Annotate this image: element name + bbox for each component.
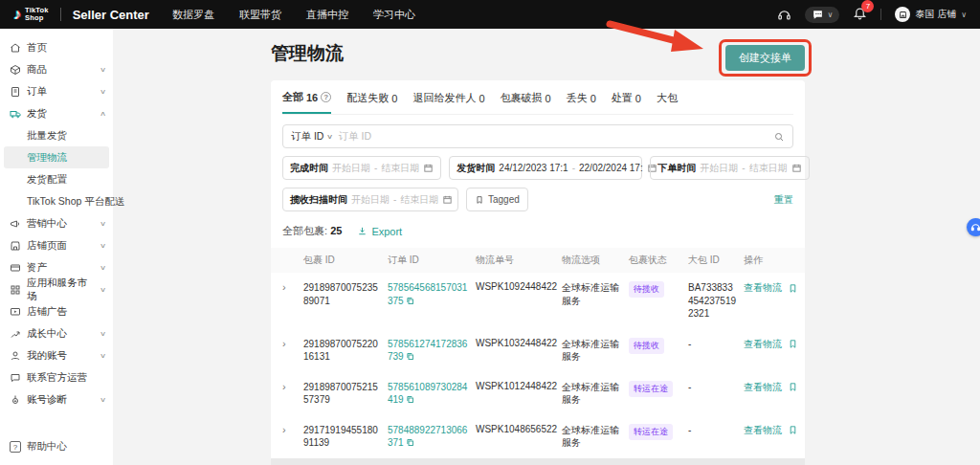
tab-big-package[interactable]: 大包	[657, 90, 678, 114]
help-icon: ?	[10, 441, 21, 453]
tab-package-damaged[interactable]: 包裹破损0	[501, 90, 551, 114]
calendar-icon[interactable]	[423, 163, 434, 173]
tab-delivery-failed[interactable]: 配送失败0	[346, 90, 397, 114]
bookmark-icon[interactable]	[788, 382, 798, 392]
logistics-option: 全球标准运输服务	[562, 381, 629, 407]
status-tabs: 全部16 ? 配送失败0 退回给发件人0 包裹破损0 丢失0 处置0 大包	[282, 90, 793, 115]
status-badge: 转运在途	[629, 424, 673, 440]
tagged-filter-button[interactable]: Tagged	[466, 188, 528, 211]
export-button[interactable]: Export	[357, 226, 402, 237]
chevron-down-icon: ∨	[100, 352, 106, 360]
sidebar-item-products[interactable]: 商品∨	[0, 58, 113, 80]
sidebar-item-my-account[interactable]: 我的账号∨	[0, 344, 113, 366]
sidebar-item-shipping-config[interactable]: 发货配置	[0, 168, 113, 190]
filter-pickup-scan-time[interactable]: 揽收扫描时间 开始日期- 结束日期	[282, 188, 458, 211]
sidebar-item-shop-pages[interactable]: 店铺页面∨	[0, 234, 113, 256]
sidebar-item-manage-logistics[interactable]: 管理物流	[4, 146, 109, 168]
table-row[interactable]: › 2918987007523589071 578564568157031375…	[271, 273, 805, 329]
filter-complete-time[interactable]: 完成时间 开始日期- 结束日期	[282, 156, 441, 180]
order-id-link[interactable]: 578488922713066371	[388, 424, 476, 450]
expand-row-icon[interactable]: ›	[282, 281, 303, 294]
calendar-icon[interactable]	[442, 194, 453, 205]
calendar-icon[interactable]	[791, 163, 802, 173]
sidebar-item-orders[interactable]: 订单∨	[0, 80, 113, 102]
sidebar-item-platform-delivery[interactable]: TikTok Shop 平台配送	[0, 190, 113, 212]
sidebar-item-app-market[interactable]: 应用和服务市场∨	[0, 278, 113, 300]
sidebar-item-help-center[interactable]: ? 帮助中心	[10, 440, 67, 454]
tiktok-shop-logo[interactable]: ♪ TikTok Shop	[13, 7, 49, 22]
tab-disposal[interactable]: 处置0	[612, 90, 641, 114]
reset-filters-link[interactable]: 重置	[774, 193, 793, 207]
copy-icon[interactable]	[406, 395, 414, 404]
divider	[880, 9, 881, 20]
view-logistics-link[interactable]: 查看物流	[744, 424, 782, 437]
sidebar-item-home[interactable]: 首页	[0, 36, 113, 58]
tiktok-note-icon: ♪	[13, 7, 21, 22]
ads-screen-icon	[10, 306, 21, 318]
chat-bubble-icon	[812, 9, 824, 21]
chevron-down-icon: ∨	[326, 133, 333, 141]
view-logistics-link[interactable]: 查看物流	[744, 338, 782, 351]
sidebar-item-marketing[interactable]: 营销中心∨	[0, 212, 113, 234]
nav-live-center[interactable]: 直播中控	[306, 8, 348, 22]
sidebar-item-contact-official[interactable]: 联系官方运营	[0, 366, 113, 388]
seller-center-title[interactable]: Seller Center	[73, 8, 149, 22]
logistics-option: 全球标准运输服务	[562, 281, 629, 307]
growth-chart-icon	[10, 328, 21, 340]
tab-returned-to-sender[interactable]: 退回给发件人0	[412, 90, 484, 114]
chat-messages-button[interactable]: ∨	[805, 7, 840, 23]
expand-row-icon[interactable]: ›	[282, 338, 303, 350]
order-id-link[interactable]: 578561089730284419	[388, 381, 476, 407]
nav-learning-center[interactable]: 学习中心	[373, 8, 415, 22]
copy-icon[interactable]	[406, 297, 414, 305]
shop-avatar	[895, 7, 910, 22]
product-box-icon	[10, 64, 21, 76]
nav-data-compass[interactable]: 数据罗盘	[172, 8, 214, 22]
create-handover-button[interactable]: 创建交接单	[725, 45, 805, 71]
search-field-select[interactable]: 订单 ID ∨	[291, 130, 333, 144]
table-row[interactable]: › 2917191945518091139 578488922713066371…	[271, 415, 805, 458]
shop-name: 泰国 店铺	[915, 8, 956, 21]
table-row-highlighted[interactable]: › 2917191945518353283 578488930292370307…	[271, 458, 805, 465]
sidebar-item-growth-center[interactable]: 成长中心∨	[0, 322, 113, 344]
sidebar-item-shipping[interactable]: 发货∧	[0, 102, 113, 124]
expand-row-icon[interactable]: ›	[282, 424, 303, 436]
nav-affiliate[interactable]: 联盟带货	[239, 8, 281, 22]
copy-icon[interactable]	[406, 438, 414, 447]
order-id-link[interactable]: 578564568157031375	[388, 281, 476, 307]
search-icon[interactable]	[773, 131, 785, 143]
big-package-id: BA7338334542375192321	[688, 281, 744, 321]
logistics-card: 全部16 ? 配送失败0 退回给发件人0 包裹破损0 丢失0 处置0 大包 订单…	[271, 80, 805, 465]
bookmark-icon[interactable]	[788, 339, 798, 349]
tab-lost[interactable]: 丢失0	[567, 90, 596, 114]
bookmark-icon[interactable]	[788, 425, 798, 435]
view-logistics-link[interactable]: 查看物流	[744, 281, 782, 295]
table-row[interactable]: › 2918987007522016131 578561274172836739…	[271, 329, 805, 372]
copy-icon[interactable]	[406, 352, 414, 361]
packages-table: 包裹 ID 订单 ID 物流单号 物流选项 包裹状态 大包 ID 操作 › 29…	[271, 248, 805, 465]
package-id: 2917191945518091139	[303, 424, 388, 450]
notifications-button[interactable]: 7	[853, 6, 867, 24]
support-headset-icon[interactable]	[777, 8, 791, 22]
apps-grid-icon	[10, 284, 21, 296]
table-row[interactable]: › 2918987007521557379 578561089730284419…	[271, 372, 805, 415]
account-menu[interactable]: 泰国 店铺 ∨	[895, 7, 967, 22]
floating-assistant-button[interactable]	[967, 218, 980, 236]
bookmark-icon[interactable]	[788, 283, 798, 294]
tab-all[interactable]: 全部16 ?	[282, 90, 331, 114]
notification-badge: 7	[861, 0, 874, 12]
sidebar-item-account-diagnosis[interactable]: 账号诊断∨	[0, 388, 113, 410]
sidebar-item-bulk-ship[interactable]: 批量发货	[0, 124, 113, 146]
help-circle-icon[interactable]: ?	[321, 92, 331, 102]
order-id-link[interactable]: 578561274172836739	[388, 338, 476, 364]
view-logistics-link[interactable]: 查看物流	[744, 381, 782, 394]
sidebar-item-shop-ads[interactable]: 店铺广告	[0, 300, 113, 322]
search-bar[interactable]: 订单 ID ∨ 订单 ID	[282, 124, 793, 148]
filter-ship-time[interactable]: 发货时间 24/12/2023 17:1- 22/02/2024 17:	[449, 156, 642, 180]
search-input[interactable]: 订单 ID	[339, 130, 768, 144]
total-packages-label: 全部包裹:	[282, 225, 327, 236]
filter-order-time[interactable]: 下单时间 开始日期- 结束日期	[650, 156, 809, 180]
wallet-card-icon	[10, 262, 21, 274]
expand-row-icon[interactable]: ›	[282, 381, 303, 393]
table-header-row: 包裹 ID 订单 ID 物流单号 物流选项 包裹状态 大包 ID 操作	[271, 248, 805, 273]
